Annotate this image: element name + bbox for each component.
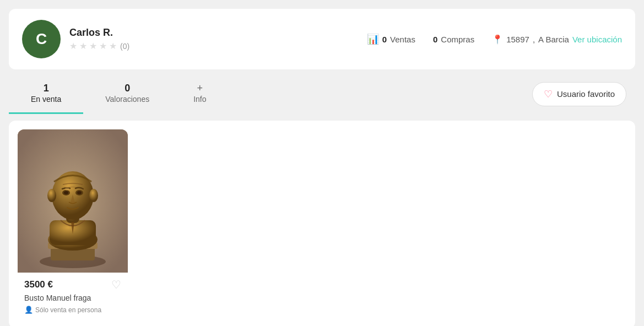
- product-favorite-icon[interactable]: ♡: [111, 278, 121, 291]
- location-code: 15897: [506, 35, 529, 44]
- svg-point-11: [64, 191, 68, 194]
- svg-point-15: [65, 187, 69, 191]
- star-1-icon: ★: [69, 41, 77, 51]
- product-tag: 👤 Sólo venta en persona: [24, 306, 121, 314]
- person-icon: 👤: [24, 306, 33, 314]
- tab-info-label: Info: [193, 95, 206, 104]
- location-item: 📍 15897, A Barcia Ver ubicación: [492, 34, 622, 45]
- location-icon: 📍: [492, 34, 503, 45]
- tabs-container: 1 En venta 0 Valoraciones + Info: [9, 74, 229, 114]
- product-price-row: 3500 € ♡: [24, 278, 121, 291]
- tab-valoraciones[interactable]: 0 Valoraciones: [83, 74, 171, 114]
- rating-count: (0): [120, 42, 129, 51]
- product-image-svg: [18, 129, 128, 273]
- star-2-icon: ★: [79, 41, 87, 51]
- product-title: Busto Manuel fraga: [24, 294, 121, 302]
- tab-info[interactable]: + Info: [171, 74, 228, 114]
- tab-valoraciones-count: 0: [105, 83, 149, 94]
- products-section: 3500 € ♡ Busto Manuel fraga 👤 Sólo venta…: [9, 121, 635, 326]
- product-image: [18, 129, 128, 273]
- tab-valoraciones-label: Valoraciones: [105, 95, 149, 104]
- profile-info: Carlos R. ★ ★ ★ ★ ★ (0): [69, 27, 358, 51]
- avatar: C: [22, 20, 61, 58]
- svg-point-13: [47, 189, 56, 202]
- star-5-icon: ★: [109, 41, 117, 51]
- star-rating: ★ ★ ★ ★ ★ (0): [69, 41, 358, 51]
- product-info: 3500 € ♡ Busto Manuel fraga 👤 Sólo venta…: [18, 273, 128, 319]
- purchases-stat: 0 Compras: [433, 35, 474, 44]
- items-grid: 3500 € ♡ Busto Manuel fraga 👤 Sólo venta…: [18, 129, 626, 319]
- tabs-section: 1 En venta 0 Valoraciones + Info ♡ Usuar…: [9, 74, 635, 114]
- tab-en-venta-count: 1: [31, 83, 61, 94]
- profile-stats: 📊 0 Ventas 0 Compras 📍 15897, A Barcia V…: [367, 33, 622, 45]
- favorite-button-label: Usuario favorito: [557, 89, 615, 99]
- content-area: 3500 € ♡ Busto Manuel fraga 👤 Sólo venta…: [9, 114, 635, 326]
- favorite-user-button[interactable]: ♡ Usuario favorito: [532, 82, 626, 106]
- sales-count: 0: [382, 35, 387, 44]
- tab-en-venta[interactable]: 1 En venta: [9, 74, 83, 114]
- location-name: A Barcia: [538, 35, 569, 44]
- svg-point-14: [89, 189, 98, 202]
- svg-point-12: [77, 191, 82, 194]
- star-3-icon: ★: [89, 41, 97, 51]
- sales-stat: 📊 0 Ventas: [367, 33, 415, 45]
- product-tag-label: Sólo venta en persona: [35, 306, 101, 314]
- view-location-link[interactable]: Ver ubicación: [572, 35, 622, 44]
- heart-icon: ♡: [544, 88, 553, 100]
- purchases-count: 0: [433, 35, 437, 44]
- product-card[interactable]: 3500 € ♡ Busto Manuel fraga 👤 Sólo venta…: [18, 129, 128, 319]
- bar-chart-icon: 📊: [367, 33, 379, 45]
- product-price: 3500 €: [24, 279, 53, 290]
- tab-en-venta-label: En venta: [31, 95, 61, 104]
- sales-label: Ventas: [390, 35, 415, 44]
- purchases-label: Compras: [441, 35, 474, 44]
- tab-info-plus: +: [193, 83, 206, 94]
- profile-name: Carlos R.: [69, 27, 358, 39]
- star-4-icon: ★: [99, 41, 107, 51]
